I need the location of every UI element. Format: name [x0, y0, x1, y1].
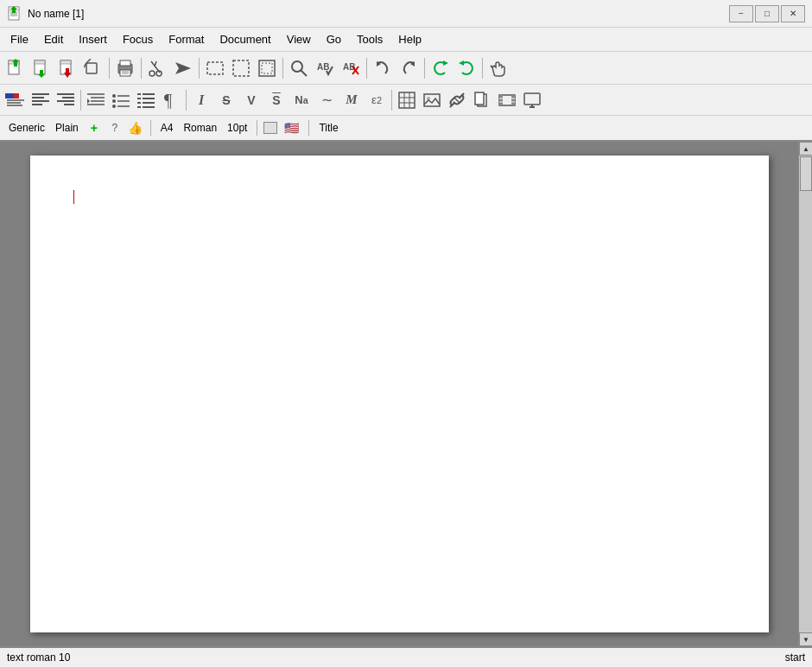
toolbar-sep-6: [424, 58, 425, 79]
text-type-select[interactable]: Plain: [52, 120, 82, 136]
svg-rect-16: [86, 63, 97, 73]
svg-rect-20: [120, 60, 130, 66]
toolbar-sep-1: [109, 58, 110, 79]
hand-tool-button[interactable]: [486, 56, 511, 80]
svg-rect-45: [14, 93, 19, 98]
toolbar2: ¶ I S V S Na ∼ M ε2: [0, 85, 812, 116]
menu-focus[interactable]: Focus: [116, 30, 160, 48]
strikethrough-button[interactable]: S: [214, 88, 238, 112]
tilde-button[interactable]: ∼: [314, 88, 339, 112]
svg-line-25: [155, 61, 156, 67]
info-button[interactable]: ?: [106, 119, 124, 137]
style-bar: Generic Plain + ? 👍 A4 Roman 10pt 🇺🇸 Tit…: [0, 116, 812, 142]
film-button[interactable]: [495, 88, 519, 112]
svg-rect-29: [207, 62, 223, 74]
svg-rect-94: [524, 93, 540, 105]
open-button[interactable]: [55, 56, 79, 80]
svg-line-34: [301, 70, 307, 76]
status-bar: text roman 10 start: [0, 646, 812, 667]
svg-rect-88: [499, 95, 503, 105]
italic-button[interactable]: I: [189, 88, 213, 112]
svg-marker-15: [64, 73, 71, 78]
undo-back-button[interactable]: [81, 56, 105, 80]
multipage-button[interactable]: [470, 88, 494, 112]
toolbar-sep-2: [141, 58, 142, 79]
menu-edit[interactable]: Edit: [37, 30, 70, 48]
style-sep-1: [150, 120, 151, 136]
menu-format[interactable]: Format: [162, 30, 211, 48]
image-button[interactable]: [420, 88, 444, 112]
list-button[interactable]: [109, 88, 133, 112]
export-button[interactable]: [171, 56, 195, 80]
formula-button[interactable]: ε2: [365, 88, 389, 112]
add-style-button[interactable]: +: [86, 119, 103, 137]
svg-line-43: [491, 66, 492, 67]
minimize-button[interactable]: −: [729, 5, 753, 22]
spellcheck-button[interactable]: AB: [313, 56, 337, 80]
toolbar1: AB AB: [0, 52, 812, 85]
tb2-sep-3: [391, 90, 392, 111]
svg-marker-61: [87, 98, 90, 104]
natnum-button[interactable]: Na: [289, 88, 314, 112]
align-left-flag-button[interactable]: [3, 88, 28, 112]
new-document-button[interactable]: [3, 56, 28, 80]
valign-button[interactable]: V: [239, 88, 263, 112]
paragraph-style-select[interactable]: Generic: [5, 120, 48, 136]
list2-button[interactable]: [134, 88, 158, 112]
overline-button[interactable]: S: [264, 88, 289, 112]
color-swatch[interactable]: [263, 122, 277, 134]
paragraph-button[interactable]: ¶: [159, 88, 183, 112]
menu-file[interactable]: File: [3, 30, 35, 48]
style-name-select[interactable]: Title: [315, 120, 341, 136]
redo-button[interactable]: [396, 56, 421, 80]
spellcheck-off-button[interactable]: AB: [339, 56, 363, 80]
font-select[interactable]: Roman: [180, 120, 220, 136]
document-page[interactable]: [30, 156, 769, 632]
undo-button[interactable]: [371, 56, 395, 80]
print-button[interactable]: [113, 56, 137, 80]
align-right-button[interactable]: [54, 88, 78, 112]
thumbs-button[interactable]: 👍: [127, 119, 144, 137]
menu-go[interactable]: Go: [320, 30, 348, 48]
indent-button[interactable]: [84, 88, 108, 112]
scroll-down-arrow[interactable]: ▼: [799, 632, 812, 646]
math-button[interactable]: M: [339, 88, 364, 112]
monitor-button[interactable]: [520, 88, 544, 112]
menu-insert[interactable]: Insert: [72, 30, 114, 48]
svg-rect-32: [262, 63, 272, 73]
status-right: start: [785, 651, 805, 664]
rotate-right-button[interactable]: [454, 56, 479, 80]
style-sep-2: [257, 120, 257, 136]
menu-view[interactable]: View: [280, 30, 318, 48]
tb2-sep-2: [186, 90, 187, 111]
select-rect-button[interactable]: [203, 56, 227, 80]
cut-button[interactable]: [145, 56, 169, 80]
toolbar-sep-5: [366, 58, 367, 79]
open-template-button[interactable]: [29, 56, 54, 80]
language-flag[interactable]: 🇺🇸: [281, 119, 302, 137]
font-size-select[interactable]: 10pt: [224, 120, 251, 136]
menu-document[interactable]: Document: [213, 30, 277, 48]
restore-button[interactable]: □: [755, 5, 779, 22]
scroll-track[interactable]: [799, 156, 812, 632]
select-cont-button[interactable]: [229, 56, 253, 80]
link-button[interactable]: [445, 88, 469, 112]
app-icon: [7, 6, 22, 22]
tb2-sep-1: [80, 90, 81, 111]
paper-size-select[interactable]: A4: [157, 120, 177, 136]
scroll-thumb[interactable]: [800, 156, 812, 191]
align-left-button[interactable]: [29, 88, 53, 112]
document-area[interactable]: [0, 142, 798, 646]
svg-rect-44: [5, 93, 14, 98]
find-button[interactable]: [287, 56, 311, 80]
svg-point-64: [112, 99, 116, 103]
rotate-left-button[interactable]: [428, 56, 453, 80]
svg-marker-41: [443, 60, 448, 66]
scroll-up-arrow[interactable]: ▲: [799, 142, 812, 156]
menu-help[interactable]: Help: [391, 30, 428, 48]
close-button[interactable]: ✕: [781, 5, 805, 22]
table-button[interactable]: [395, 88, 419, 112]
select-button[interactable]: [255, 56, 279, 80]
menu-tools[interactable]: Tools: [350, 30, 390, 48]
toolbar-sep-7: [482, 58, 483, 79]
